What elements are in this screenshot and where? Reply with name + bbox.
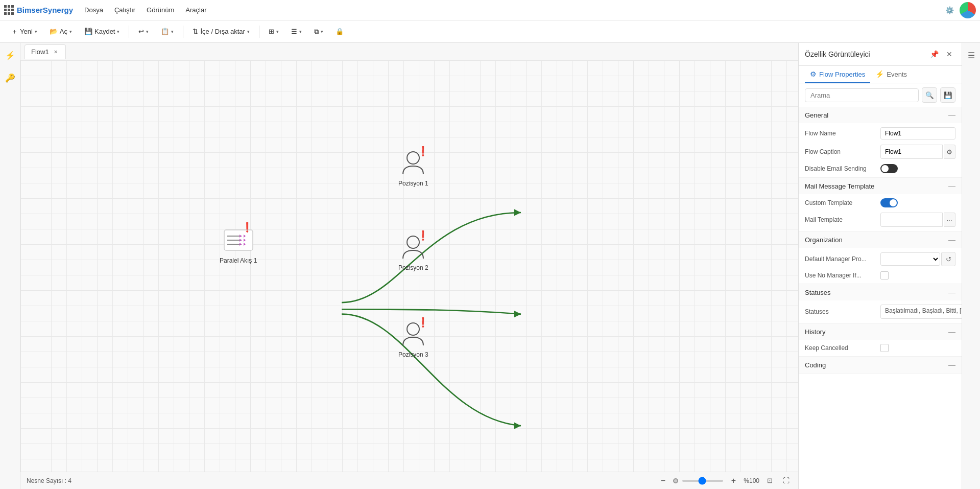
statuses-value: Başlatılmadı, Başladı, Bitti, [... ··· [880,305,962,319]
mail-template-title: Mail Message Template [805,182,874,190]
pozisyon2-label: Pozisyon 2 [398,264,428,271]
mail-template-collapse-icon: — [948,182,955,190]
lock-button[interactable]: 🔒 [330,25,349,38]
toolbar: ＋ Yeni ▾ 📂 Aç ▾ 💾 Kaydet ▾ ↩ ▾ 📋 ▾ ⇅ İçe… [0,20,980,43]
panel-save-button[interactable]: 💾 [940,87,955,103]
custom-template-label: Custom Template [805,199,876,206]
disable-email-toggle[interactable] [880,164,898,173]
mail-template-more-btn[interactable]: ··· [944,213,955,227]
general-title: General [805,111,828,119]
menu-araclar[interactable]: Araçlar [180,4,211,16]
align-icon: ☰ [291,28,297,35]
top-menu: Dosya Çalıştır Görünüm Araçlar [79,4,211,16]
pozisyon1-node[interactable]: ❗ Pozisyon 1 [398,150,428,187]
coding-title: Coding [805,361,826,369]
mail-template-section-header[interactable]: Mail Message Template — [799,178,962,194]
grid-button[interactable]: ⊞ ▾ [264,25,284,38]
undo-chevron: ▾ [146,29,149,34]
search-button[interactable]: 🔍 [922,87,937,103]
menu-dosya[interactable]: Dosya [79,4,108,16]
mail-template-body: Custom Template Mail Template ··· [799,194,962,231]
sidebar-key-icon[interactable]: 🔑 [3,71,17,85]
main-area: ⚡ 🔑 Flow1 ✕ [0,43,980,489]
canvas-container: Flow1 ✕ ❗ [20,43,798,489]
undo-icon: ↩ [138,28,144,35]
import-export-label: İçe / Dışa aktar [200,28,245,35]
general-section-header[interactable]: General — [799,107,962,123]
tab-flow1[interactable]: Flow1 ✕ [25,44,66,59]
panel-close-button[interactable]: ✕ [943,48,955,60]
pozisyon3-label: Pozisyon 3 [398,351,428,358]
fit-view-button[interactable]: ⊡ [763,475,776,487]
zoom-slider-indicator [673,478,678,483]
flow-properties-tab-icon: ⚙ [810,70,817,78]
history-title: History [805,328,825,336]
save-chevron: ▾ [117,29,119,34]
align-chevron: ▾ [299,29,302,34]
flow-name-row: Flow Name [805,127,955,139]
app-grid-icon [4,5,14,15]
left-sidebar: ⚡ 🔑 [0,43,20,489]
general-section: General — Flow Name Flow Caption [799,107,962,178]
save-button[interactable]: 💾 Kaydet ▾ [79,25,125,38]
undo-button[interactable]: ↩ ▾ [133,25,154,38]
statuses-section-header[interactable]: Statuses — [799,284,962,300]
fullscreen-button[interactable]: ⛶ [780,475,792,487]
use-no-manager-label: Use No Manager If... [805,272,876,279]
align-button[interactable]: ☰ ▾ [286,25,307,38]
custom-template-toggle[interactable] [880,198,898,207]
organization-body: Default Manager Pro... ↺ Use No Manager … [799,248,962,284]
use-no-manager-row: Use No Manager If... [805,271,955,280]
use-no-manager-checkbox[interactable] [880,271,889,280]
pozisyon2-node[interactable]: ❗ Pozisyon 2 [398,234,428,271]
organization-section-header[interactable]: Organization — [799,231,962,248]
menu-calistir[interactable]: Çalıştır [109,4,140,16]
save-label: Kaydet [94,28,115,35]
flow-name-input[interactable] [880,127,955,139]
copy-chevron: ▾ [321,29,323,34]
grid-icon: ⊞ [269,28,274,35]
paste-button[interactable]: 📋 ▾ [156,25,179,38]
new-button[interactable]: ＋ Yeni ▾ [6,25,42,39]
statuses-title: Statuses [805,289,831,296]
open-label: Aç [60,28,67,35]
panel-pin-button[interactable]: 📌 [928,48,940,60]
parallel-gateway-node[interactable]: ❗ [220,229,257,264]
history-section-header[interactable]: History — [799,323,962,340]
flow-caption-input[interactable] [880,145,943,159]
menu-gorunum[interactable]: Görünüm [141,4,179,16]
keep-cancelled-checkbox[interactable] [880,344,889,352]
mail-template-input[interactable] [880,213,943,227]
default-manager-refresh-btn[interactable]: ↺ [941,252,955,266]
search-input[interactable] [805,88,919,102]
pozisyon3-node[interactable]: ❗ Pozisyon 3 [398,321,428,358]
default-manager-row: Default Manager Pro... ↺ [805,252,955,266]
mail-template-value: ··· [880,213,955,227]
tab-flow1-label: Flow1 [31,48,49,56]
settings-icon-btn[interactable]: ⚙️ [943,4,955,16]
mail-template-section: Mail Message Template — Custom Template … [799,178,962,231]
canvas[interactable]: ❗ [20,60,798,472]
open-button[interactable]: 📂 Aç ▾ [44,25,77,38]
coding-collapse-icon: — [948,361,955,369]
far-right-menu-icon[interactable]: ☰ [964,48,978,62]
tab-events[interactable]: ⚡ Events [870,66,912,83]
history-section: History — Keep Cancelled [799,323,962,357]
sidebar-tools-icon[interactable]: ⚡ [3,48,17,62]
tab-flow1-close[interactable]: ✕ [52,49,59,55]
default-manager-dropdown[interactable] [880,252,940,266]
tab-flow-properties[interactable]: ⚙ Flow Properties [805,66,870,83]
copy-button[interactable]: ⧉ ▾ [309,25,328,38]
panel-tabs: ⚙ Flow Properties ⚡ Events [799,66,962,83]
flow-name-value [880,127,955,139]
zoom-slider[interactable] [682,480,723,482]
pozisyon2-warning: ❗ [417,230,428,241]
zoom-out-button[interactable]: − [657,475,669,487]
general-body: Flow Name Flow Caption ⚙ Disable Ema [799,123,962,177]
disable-email-label: Disable Email Sending [805,165,876,172]
zoom-in-button[interactable]: + [727,475,739,487]
coding-section-header[interactable]: Coding — [799,357,962,373]
import-export-button[interactable]: ⇅ İçe / Dışa aktar ▾ [187,25,254,38]
flow-caption-edit-btn[interactable]: ⚙ [944,145,955,159]
user-avatar[interactable] [960,2,976,18]
